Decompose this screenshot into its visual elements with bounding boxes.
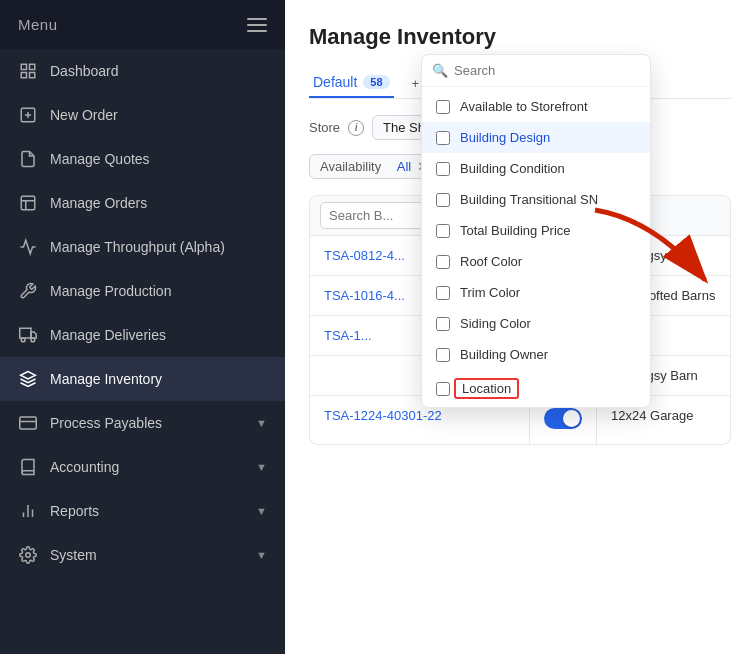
sidebar-item-label: Manage Quotes bbox=[50, 151, 150, 167]
sidebar-item-system[interactable]: System ▼ bbox=[0, 533, 285, 577]
dashboard-icon bbox=[18, 61, 38, 81]
dropdown-list: Available to Storefront Building Design … bbox=[422, 87, 650, 407]
dropdown-item-label: Siding Color bbox=[460, 316, 531, 331]
building-design-checkbox[interactable] bbox=[436, 131, 450, 145]
sidebar-item-new-order[interactable]: New Order bbox=[0, 93, 285, 137]
production-icon bbox=[18, 281, 38, 301]
sidebar-item-label: Dashboard bbox=[50, 63, 119, 79]
dropdown-item-available-to-storefront[interactable]: Available to Storefront bbox=[422, 91, 650, 122]
sidebar-item-label: Manage Orders bbox=[50, 195, 147, 211]
svg-rect-7 bbox=[21, 196, 35, 210]
svg-point-13 bbox=[31, 338, 35, 342]
sidebar-item-label: Manage Production bbox=[50, 283, 171, 299]
svg-point-12 bbox=[21, 338, 25, 342]
dropdown-item-label: Building Transitional SN bbox=[460, 192, 598, 207]
svg-point-20 bbox=[26, 553, 31, 558]
svg-marker-11 bbox=[31, 332, 36, 338]
location-checkbox[interactable] bbox=[436, 382, 450, 396]
column-dropdown: 🔍 Available to Storefront Building Desig… bbox=[421, 54, 651, 408]
sidebar-item-label: System bbox=[50, 547, 97, 563]
dropdown-search-icon: 🔍 bbox=[432, 63, 448, 78]
dropdown-item-building-design[interactable]: Building Design bbox=[422, 122, 650, 153]
deliveries-icon bbox=[18, 325, 38, 345]
hamburger-icon[interactable] bbox=[247, 18, 267, 32]
dropdown-search-row: 🔍 bbox=[422, 55, 650, 87]
sidebar-item-manage-deliveries[interactable]: Manage Deliveries bbox=[0, 313, 285, 357]
tab-default[interactable]: Default 58 bbox=[309, 68, 394, 98]
sidebar-item-label: Manage Deliveries bbox=[50, 327, 166, 343]
building-condition-checkbox[interactable] bbox=[436, 162, 450, 176]
dropdown-item-trim-color[interactable]: Trim Color bbox=[422, 277, 650, 308]
tab-badge: 58 bbox=[363, 75, 389, 89]
availability-value: All bbox=[397, 159, 411, 174]
trim-color-checkbox[interactable] bbox=[436, 286, 450, 300]
main-content: Manage Inventory Default 58 + Add View ≡… bbox=[285, 0, 755, 654]
dropdown-item-label: Building Design bbox=[460, 130, 550, 145]
new-order-icon bbox=[18, 105, 38, 125]
availability-toggle[interactable] bbox=[544, 408, 582, 429]
building-transitional-sn-checkbox[interactable] bbox=[436, 193, 450, 207]
manage-quotes-icon bbox=[18, 149, 38, 169]
reports-icon bbox=[18, 501, 38, 521]
sidebar-item-reports[interactable]: Reports ▼ bbox=[0, 489, 285, 533]
total-building-price-checkbox[interactable] bbox=[436, 224, 450, 238]
sidebar-item-manage-production[interactable]: Manage Production bbox=[0, 269, 285, 313]
manage-orders-icon bbox=[18, 193, 38, 213]
dropdown-item-location[interactable]: Location bbox=[422, 370, 650, 407]
sidebar-item-dashboard[interactable]: Dashboard bbox=[0, 49, 285, 93]
chevron-down-icon: ▼ bbox=[256, 505, 267, 517]
svg-rect-15 bbox=[20, 417, 37, 429]
sidebar-header: Menu bbox=[0, 0, 285, 49]
chevron-down-icon: ▼ bbox=[256, 549, 267, 561]
inventory-icon bbox=[18, 369, 38, 389]
dropdown-item-building-transitional-sn[interactable]: Building Transitional SN bbox=[422, 184, 650, 215]
location-highlight-box: Location bbox=[454, 378, 519, 399]
sidebar-item-label: Manage Throughput (Alpha) bbox=[50, 239, 225, 255]
store-info-icon[interactable]: i bbox=[348, 120, 364, 136]
available-to-storefront-checkbox[interactable] bbox=[436, 100, 450, 114]
sidebar-item-label: Accounting bbox=[50, 459, 119, 475]
sidebar-item-manage-quotes[interactable]: Manage Quotes bbox=[0, 137, 285, 181]
svg-rect-10 bbox=[20, 328, 31, 338]
sidebar-item-label: New Order bbox=[50, 107, 118, 123]
throughput-icon bbox=[18, 237, 38, 257]
chevron-down-icon: ▼ bbox=[256, 417, 267, 429]
sidebar-item-manage-throughput[interactable]: Manage Throughput (Alpha) bbox=[0, 225, 285, 269]
page-title: Manage Inventory bbox=[309, 24, 731, 50]
sidebar-item-manage-orders[interactable]: Manage Orders bbox=[0, 181, 285, 225]
dropdown-item-label: Building Owner bbox=[460, 347, 548, 362]
dropdown-item-siding-color[interactable]: Siding Color bbox=[422, 308, 650, 339]
store-label: Store bbox=[309, 120, 340, 135]
roof-color-checkbox[interactable] bbox=[436, 255, 450, 269]
sidebar-item-accounting[interactable]: Accounting ▼ bbox=[0, 445, 285, 489]
svg-rect-1 bbox=[30, 64, 35, 69]
accounting-icon bbox=[18, 457, 38, 477]
siding-color-checkbox[interactable] bbox=[436, 317, 450, 331]
dropdown-item-total-building-price[interactable]: Total Building Price bbox=[422, 215, 650, 246]
sidebar-item-label: Process Payables bbox=[50, 415, 162, 431]
dropdown-item-label: Trim Color bbox=[460, 285, 520, 300]
dropdown-item-label: Available to Storefront bbox=[460, 99, 588, 114]
svg-marker-14 bbox=[21, 372, 36, 380]
sidebar-item-process-payables[interactable]: Process Payables ▼ bbox=[0, 401, 285, 445]
svg-rect-3 bbox=[21, 73, 26, 78]
sidebar-item-label: Manage Inventory bbox=[50, 371, 162, 387]
sidebar: Menu Dashboard New Order Manage Quotes M… bbox=[0, 0, 285, 654]
dropdown-search-input[interactable] bbox=[454, 63, 640, 78]
dropdown-item-label: Total Building Price bbox=[460, 223, 571, 238]
sidebar-menu-label: Menu bbox=[18, 16, 58, 33]
dropdown-item-building-owner[interactable]: Building Owner bbox=[422, 339, 650, 370]
availability-filter-chip[interactable]: Availability All ✕ bbox=[309, 154, 439, 179]
availability-label: Availability bbox=[320, 159, 381, 174]
tab-default-label: Default bbox=[313, 74, 357, 90]
dropdown-item-building-condition[interactable]: Building Condition bbox=[422, 153, 650, 184]
dropdown-item-roof-color[interactable]: Roof Color bbox=[422, 246, 650, 277]
chevron-down-icon: ▼ bbox=[256, 461, 267, 473]
building-owner-checkbox[interactable] bbox=[436, 348, 450, 362]
dropdown-item-label: Building Condition bbox=[460, 161, 565, 176]
dropdown-item-label: Location bbox=[462, 381, 511, 396]
payables-icon bbox=[18, 413, 38, 433]
sidebar-item-manage-inventory[interactable]: Manage Inventory bbox=[0, 357, 285, 401]
system-icon bbox=[18, 545, 38, 565]
dropdown-item-label: Roof Color bbox=[460, 254, 522, 269]
